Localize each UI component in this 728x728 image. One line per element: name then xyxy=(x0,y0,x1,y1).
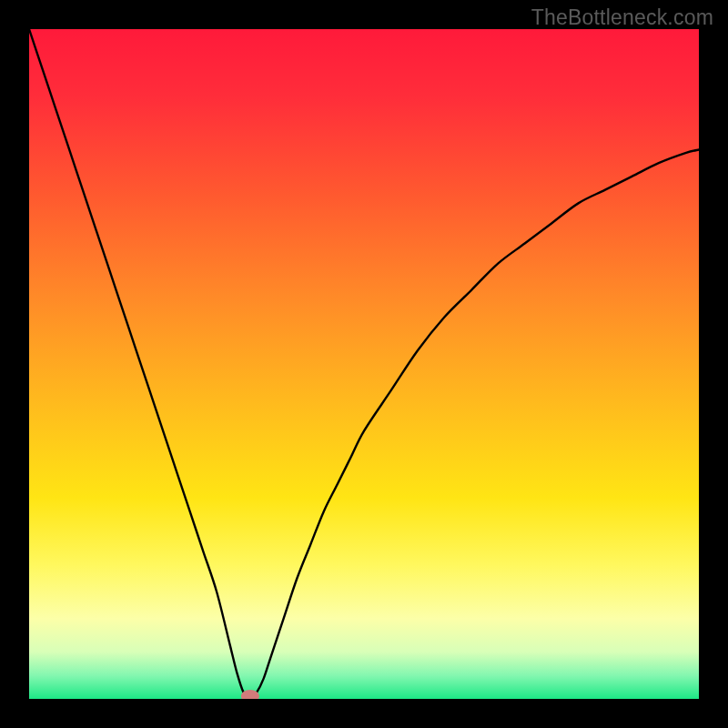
plot-area xyxy=(29,29,699,699)
chart-frame: TheBottleneck.com xyxy=(0,0,728,728)
watermark-text: TheBottleneck.com xyxy=(531,5,713,30)
curve-layer xyxy=(29,29,699,699)
bottleneck-curve xyxy=(29,29,699,699)
